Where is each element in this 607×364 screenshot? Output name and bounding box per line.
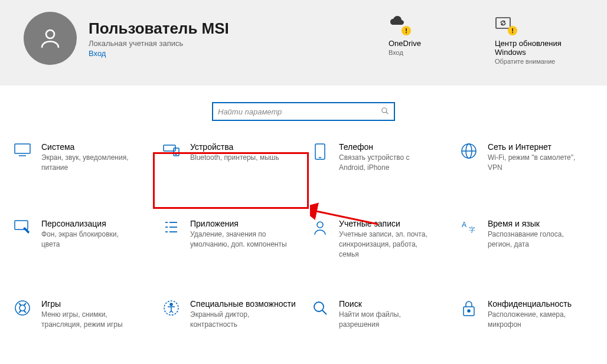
globe-icon (459, 142, 478, 179)
svg-rect-4 (15, 144, 30, 153)
category-accounts[interactable]: Учетные записи Учетные записи, эл. почта… (304, 211, 452, 267)
svg-line-3 (386, 112, 389, 114)
category-title: Телефон (339, 142, 436, 152)
category-time-language[interactable]: A字 Время и язык Распознавание голоса, ре… (452, 211, 601, 267)
category-search[interactable]: Поиск Найти мои файлы, разрешения (304, 291, 452, 344)
update-title: Центр обновления Windows (495, 39, 566, 57)
category-desc: Экран, звук, уведомления, питание (41, 153, 139, 173)
category-title: Система (41, 142, 139, 152)
svg-rect-9 (315, 144, 325, 159)
svg-line-29 (322, 310, 327, 314)
category-title: Конфиденциальность (488, 299, 585, 309)
category-desc: Найти мои файлы, разрешения (339, 310, 436, 330)
account-type: Локальная учетная запись (89, 39, 229, 48)
onedrive-title: OneDrive (389, 39, 459, 48)
search-icon (381, 107, 389, 117)
category-title: Персонализация (41, 219, 139, 228)
phone-icon (311, 142, 329, 179)
svg-point-25 (19, 305, 25, 311)
category-desc: Удаление, значения по умолчанию, доп. ко… (190, 229, 288, 250)
category-system[interactable]: Система Экран, звук, уведомления, питани… (6, 134, 155, 187)
svg-point-0 (46, 30, 54, 38)
gaming-icon (13, 299, 32, 336)
category-ease-of-access[interactable]: Специальные возможности Экранный диктор,… (155, 291, 304, 344)
category-title: Специальные возможности (190, 299, 296, 309)
category-devices[interactable]: Устройства Bluetooth, принтеры, мышь (155, 134, 304, 187)
svg-rect-1 (496, 18, 510, 28)
svg-point-28 (314, 302, 324, 311)
category-desc: Wi-Fi, режим "в самолете", VPN (488, 153, 585, 173)
category-personalization[interactable]: Персонализация Фон, экран блокировки, цв… (6, 211, 155, 267)
search-box[interactable] (212, 102, 395, 121)
search-row (0, 86, 607, 134)
user-text: Пользователь MSI Локальная учетная запис… (89, 19, 229, 58)
warning-badge: ! (402, 26, 411, 35)
svg-point-31 (468, 310, 470, 312)
svg-point-2 (382, 107, 387, 112)
svg-point-8 (175, 153, 177, 155)
system-icon (13, 142, 32, 179)
user-name: Пользователь MSI (89, 19, 229, 38)
category-desc: Меню игры, снимки, трансляция, режим игр… (41, 310, 139, 330)
search-cat-icon (311, 299, 329, 336)
category-title: Сеть и Интернет (488, 142, 585, 152)
category-title: Приложения (190, 219, 288, 228)
svg-text:字: 字 (469, 226, 475, 233)
category-desc: Bluetooth, принтеры, мышь (190, 153, 279, 163)
category-grid: Система Экран, звук, уведомления, питани… (0, 134, 607, 344)
category-desc: Фон, экран блокировки, цвета (41, 229, 139, 250)
time-language-icon: A字 (459, 219, 478, 259)
category-desc: Учетные записи, эл. почта, синхронизация… (339, 229, 436, 259)
category-network[interactable]: Сеть и Интернет Wi-Fi, режим "в самолете… (452, 134, 601, 187)
category-gaming[interactable]: Игры Меню игры, снимки, трансляция, режи… (6, 291, 155, 344)
category-title: Устройства (190, 142, 279, 152)
cloud-icon (389, 15, 406, 27)
personalization-icon (13, 219, 32, 259)
category-privacy[interactable]: Конфиденциальность Расположение, камера,… (452, 291, 601, 344)
category-title: Поиск (339, 299, 436, 309)
onedrive-sub: Вход (389, 49, 459, 56)
category-phone[interactable]: Телефон Связать устройство с Android, iP… (304, 134, 452, 187)
category-title: Учетные записи (339, 219, 436, 228)
header-tiles: ! OneDrive Вход ! Центр обновления Windo… (389, 15, 566, 65)
category-title: Игры (41, 299, 139, 309)
signin-link[interactable]: Вход (89, 49, 229, 58)
user-block: Пользователь MSI Локальная учетная запис… (24, 12, 389, 65)
user-icon (38, 26, 63, 51)
svg-point-24 (15, 301, 30, 315)
category-desc: Экранный диктор, контрастность (190, 310, 288, 330)
privacy-icon (459, 299, 478, 336)
devices-icon (162, 142, 181, 179)
category-apps[interactable]: Приложения Удаление, значения по умолчан… (155, 211, 304, 267)
svg-point-21 (317, 222, 323, 228)
update-sub: Обратите внимание (495, 58, 566, 65)
category-desc: Расположение, камера, микрофон (488, 310, 585, 330)
accounts-icon (311, 219, 329, 259)
settings-header: Пользователь MSI Локальная учетная запис… (0, 0, 607, 86)
category-desc: Связать устройство с Android, iPhone (339, 153, 436, 173)
category-desc: Распознавание голоса, регион, дата (488, 229, 585, 250)
svg-point-27 (170, 303, 172, 306)
search-input[interactable] (218, 107, 381, 116)
warning-badge: ! (508, 26, 517, 35)
svg-text:A: A (462, 221, 466, 229)
apps-icon (162, 219, 181, 259)
onedrive-tile[interactable]: ! OneDrive Вход (389, 15, 459, 65)
category-title: Время и язык (488, 219, 585, 228)
avatar[interactable] (24, 12, 77, 65)
update-tile[interactable]: ! Центр обновления Windows Обратите вним… (495, 15, 566, 65)
accessibility-icon (162, 299, 181, 336)
